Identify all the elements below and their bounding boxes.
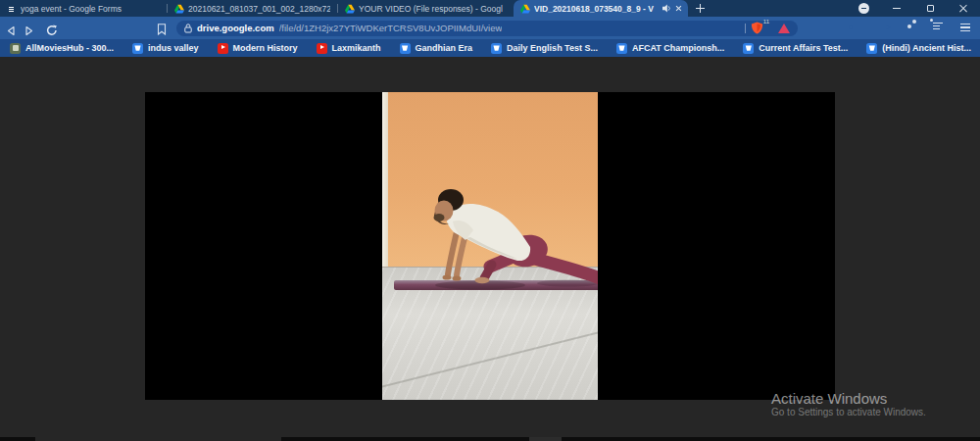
tab-drive-file-2[interactable]: YOUR VIDEO (File responses) - Googl (338, 0, 514, 17)
tab-drive-file-1[interactable]: 20210621_081037_001_002_1280x720 (168, 0, 337, 17)
bookmark-label: AFCAT Championsh... (632, 43, 724, 53)
close-window-button[interactable] (947, 0, 980, 17)
plus-icon (696, 4, 705, 13)
person-foot (475, 277, 490, 283)
google-drive-icon (520, 4, 530, 14)
url-path: /file/d/1ZH2jx27YTiWDKerTCRSV8UvJOPIIMdU… (279, 23, 503, 33)
address-bar-divider (745, 24, 746, 33)
url-domain: drive.google.com (197, 23, 274, 33)
bookmark-label: indus valley (148, 43, 199, 53)
address-bar[interactable]: drive.google.com /file/d/1ZH2jx27YTiWDKe… (176, 21, 798, 36)
tab-google-forms[interactable]: yoga event - Google Forms (0, 0, 167, 17)
blue-app-icon (616, 43, 627, 54)
video-frame (382, 92, 598, 400)
drive-preview-area: Activate Windows Go to Settings to activ… (0, 57, 980, 441)
blue-app-icon (866, 43, 877, 54)
browser-menu-button[interactable] (960, 24, 970, 31)
close-icon (959, 5, 967, 13)
tab-title: yoga event - Google Forms (21, 4, 160, 14)
back-button[interactable] (6, 23, 17, 40)
bookmark-label: AllMoviesHub - 300... (25, 43, 114, 53)
bottom-edge-strip (0, 435, 980, 441)
video-player[interactable] (145, 92, 835, 400)
blue-app-icon (491, 43, 502, 54)
bookmark-gandhian-era[interactable]: Gandhian Era (400, 43, 473, 54)
bookmark-daily-english-test[interactable]: Daily English Test S... (491, 43, 598, 54)
bookmark-label: Laxmikanth (332, 43, 381, 53)
bookmark-label: Daily English Test S... (507, 43, 598, 53)
bookmark-label: Gandhian Era (416, 43, 473, 53)
bookmark-afcat-championship[interactable]: AFCAT Championsh... (616, 43, 724, 54)
bookmark-label: Current Affairs Test... (759, 43, 848, 53)
bookmark-label: (Hindi) Ancient Hist... (882, 43, 971, 53)
bookmark-laxmikanth[interactable]: Laxmikanth (317, 43, 381, 54)
reload-button[interactable] (46, 23, 58, 40)
bookmark-hindi-ancient-history[interactable]: (Hindi) Ancient Hist... (866, 43, 971, 54)
bookmark-label: Modern History (233, 43, 298, 53)
minimize-button[interactable] (880, 0, 913, 17)
maximize-button[interactable] (913, 0, 947, 17)
tab-audio-icon[interactable] (662, 4, 671, 13)
bookmark-indus-valley[interactable]: indus valley (132, 43, 199, 54)
google-forms-icon (7, 4, 17, 14)
yoga-person (382, 92, 598, 400)
google-drive-icon (174, 4, 184, 14)
tab-title: YOUR VIDEO (File responses) - Googl (359, 4, 507, 14)
bookmark-ribbon-icon[interactable] (157, 22, 167, 39)
tab-close-icon[interactable] (675, 6, 681, 12)
movies-site-icon (10, 43, 21, 54)
shield-icon (751, 22, 763, 34)
new-tab-button[interactable] (688, 0, 711, 17)
browser-status-circle-button[interactable] (847, 0, 880, 17)
circle-dash-icon (858, 3, 869, 14)
google-drive-icon (345, 4, 355, 14)
forward-button[interactable] (24, 23, 34, 40)
bookmark-modern-history[interactable]: Modern History (218, 43, 298, 54)
watermark-subtitle: Go to Settings to activate Windows. (771, 407, 926, 418)
tab-drive-video-active[interactable]: VID_20210618_073540_8_9 - V (514, 0, 688, 17)
youtube-icon (317, 43, 327, 54)
bookmark-allmovieshub[interactable]: AllMoviesHub - 300... (10, 43, 114, 54)
shield-badge-count: 11 (763, 19, 769, 24)
blue-app-icon (400, 43, 411, 54)
window-controls (847, 0, 980, 17)
browser-window: yoga event - Google Forms 20210621_08103… (0, 0, 980, 441)
youtube-icon (218, 43, 228, 54)
bookmarks-bar: AllMoviesHub - 300... indus valley Moder… (0, 39, 980, 57)
triangle-extension-button[interactable] (778, 24, 790, 33)
tab-title: 20210621_081037_001_002_1280x720 (188, 4, 330, 14)
browser-titlebar: yoga event - Google Forms 20210621_08103… (0, 0, 980, 17)
browser-toolbar: drive.google.com /file/d/1ZH2jx27YTiWDKe… (0, 17, 980, 39)
shield-extension-button[interactable]: 11 (751, 22, 763, 34)
lock-icon (184, 24, 192, 33)
maximize-icon (927, 5, 934, 12)
person-back-leg (535, 259, 598, 278)
minimize-icon (893, 8, 901, 9)
hamburger-icon (960, 24, 970, 31)
blue-app-icon (743, 43, 754, 54)
tab-title: VID_20210618_073540_8_9 - V (534, 4, 659, 14)
bookmark-current-affairs-test[interactable]: Current Affairs Test... (743, 43, 848, 54)
blue-app-icon (132, 43, 143, 54)
